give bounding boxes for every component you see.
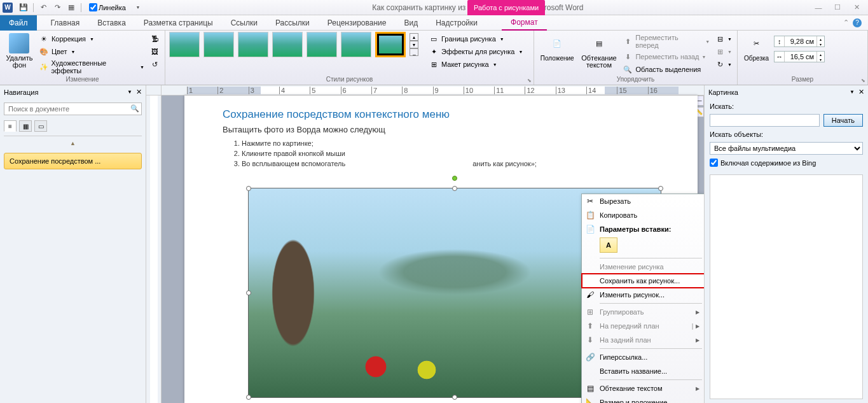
word-app-icon[interactable]: W — [3, 3, 13, 13]
clipart-search-input[interactable] — [710, 114, 820, 127]
gallery-scroll-up[interactable]: ▴ — [410, 33, 418, 41]
wrap-text-button[interactable]: ▤ Обтеканиетекстом — [579, 32, 619, 70]
resize-handle-tm[interactable] — [452, 186, 457, 191]
tab-references[interactable]: Ссылки — [222, 15, 266, 31]
nav-close-icon[interactable]: ✕ — [136, 88, 142, 96]
help-icon[interactable]: ? — [853, 18, 862, 27]
spin-down[interactable]: ▾ — [816, 41, 824, 46]
contextual-tab-picture-tools: Работа с рисунками — [467, 0, 545, 15]
height-icon: ↕ — [775, 36, 785, 46]
nav-collapse-toggle[interactable]: ▲ — [4, 140, 142, 146]
qat-customize-icon[interactable]: ▼ — [132, 2, 144, 13]
style-preset[interactable] — [238, 32, 268, 57]
position-button[interactable]: 📄 Положение — [538, 32, 576, 63]
clipart-go-button[interactable]: Начать — [823, 114, 863, 127]
clipart-close-icon[interactable]: ✕ — [858, 88, 864, 96]
nav-heading-item[interactable]: Сохранение посредством ... — [4, 153, 142, 169]
qat-save-icon[interactable]: 💾 — [18, 2, 29, 13]
tab-layout[interactable]: Разметка страницы — [135, 15, 222, 31]
color-button[interactable]: 🎨Цвет ▼ — [38, 46, 146, 57]
selection-pane-button[interactable]: 🔍Область выделения — [621, 64, 711, 75]
width-input[interactable] — [785, 53, 816, 60]
group-button[interactable]: ⊞▼ — [713, 46, 733, 57]
size-dialog-launcher[interactable]: ⬊ — [860, 77, 866, 83]
style-preset[interactable] — [203, 32, 234, 57]
reset-picture-button[interactable]: ↺ — [148, 59, 161, 70]
spin-up[interactable]: ▴ — [816, 36, 824, 41]
resize-handle-bl[interactable] — [246, 395, 251, 400]
compress-button[interactable]: 🗜 — [148, 33, 161, 45]
spin-up[interactable]: ▴ — [816, 52, 824, 57]
style-preset[interactable] — [169, 32, 200, 57]
ruler-checkbox[interactable] — [89, 3, 97, 11]
ribbon-minimize-icon[interactable]: ⌃ — [843, 18, 849, 27]
tab-view[interactable]: Вид — [395, 15, 427, 31]
resize-handle-bm[interactable] — [452, 395, 457, 400]
nav-tab-pages[interactable]: ▦ — [19, 120, 32, 132]
tab-mailings[interactable]: Рассылки — [266, 15, 319, 31]
width-icon: ↔ — [775, 52, 785, 62]
file-tab[interactable]: Файл — [0, 15, 37, 31]
bing-checkbox[interactable] — [710, 159, 718, 167]
cm-cut[interactable]: ✂Вырезать — [582, 194, 704, 208]
height-input[interactable] — [785, 38, 816, 45]
cut-icon: ✂ — [584, 195, 596, 207]
remove-background-button[interactable]: Удалитьфон — [4, 32, 35, 70]
nav-tab-headings[interactable]: ≡ — [4, 120, 17, 132]
tab-review[interactable]: Рецензирование — [319, 15, 396, 31]
change-picture-button[interactable]: 🖼 — [148, 46, 161, 57]
cm-insert-caption[interactable]: Вставить название... — [582, 364, 704, 378]
clipart-types-select[interactable]: Все файлы мультимедиа — [710, 142, 863, 155]
style-preset[interactable] — [375, 32, 406, 57]
qat-table-icon[interactable]: ▦ — [65, 2, 77, 13]
artistic-effects-button[interactable]: ✨Художественные эффекты ▼ — [38, 59, 146, 75]
style-preset[interactable] — [307, 32, 337, 57]
cm-paste-options-label: 📄Параметры вставки: — [582, 222, 704, 236]
cm-copy[interactable]: 📋Копировать — [582, 208, 704, 222]
send-backward-button[interactable]: ⬇Переместить назад ▼ — [621, 51, 711, 62]
rotate-button[interactable]: ↻▼ — [713, 59, 733, 70]
style-preset[interactable] — [272, 32, 303, 57]
tab-addins[interactable]: Надстройки — [427, 15, 486, 31]
horizontal-ruler[interactable]: 12345678910111213141516 — [162, 85, 704, 95]
ruler-corner[interactable] — [146, 85, 162, 95]
picture-effects-button[interactable]: ✦Эффекты для рисунка ▼ — [427, 46, 524, 57]
qat-redo-icon[interactable]: ↷ — [52, 2, 63, 13]
bring-forward-button[interactable]: ⬆Переместить вперед ▼ — [621, 33, 711, 50]
cm-wrap-text[interactable]: ▤Обтекание текстом▶ — [582, 381, 704, 395]
nav-tab-results[interactable]: ▭ — [34, 120, 47, 132]
maximize-button[interactable]: ☐ — [829, 2, 846, 13]
spin-down[interactable]: ▾ — [816, 57, 824, 62]
align-button[interactable]: ⊟▼ — [713, 33, 733, 45]
picture-layout-button[interactable]: ⊞Макет рисунка ▼ — [427, 59, 524, 70]
nav-search-input[interactable] — [4, 103, 142, 115]
minimize-button[interactable]: — — [809, 2, 827, 13]
gallery-more[interactable]: ⎯ — [410, 48, 418, 56]
nav-dropdown-icon[interactable]: ▼ — [127, 89, 132, 95]
gallery-scroll-down[interactable]: ▾ — [410, 41, 418, 48]
cm-size-position[interactable]: 📐Размер и положение... — [582, 395, 704, 403]
styles-dialog-launcher[interactable]: ⬊ — [526, 77, 532, 83]
close-button[interactable]: ✕ — [848, 2, 865, 13]
tab-insert[interactable]: Вставка — [88, 15, 135, 31]
corrections-button[interactable]: ☀Коррекция ▼ — [38, 33, 146, 45]
resize-handle-tl[interactable] — [246, 186, 251, 191]
qat-undo-icon[interactable]: ↶ — [38, 2, 49, 13]
clipart-dropdown-icon[interactable]: ▼ — [850, 89, 855, 95]
picture-border-button[interactable]: ▭Граница рисунка ▼ — [427, 33, 524, 45]
height-spinner[interactable]: ↕ ▴▾ — [774, 36, 825, 47]
style-preset[interactable] — [341, 32, 371, 57]
cm-hyperlink[interactable]: 🔗Гиперссылка... — [582, 350, 704, 364]
width-spinner[interactable]: ↔ ▴▾ — [774, 51, 825, 62]
rotate-handle[interactable] — [452, 176, 457, 181]
cm-edit-picture[interactable]: 🖌Изменить рисунок... — [582, 288, 704, 302]
paste-option-keep-source[interactable]: A — [600, 237, 617, 253]
vertical-ruler[interactable] — [146, 95, 162, 403]
cm-save-as-picture[interactable]: Сохранить как рисунок... — [582, 274, 704, 288]
tab-format[interactable]: Формат — [502, 15, 547, 31]
crop-button[interactable]: ✂ Обрезка — [741, 32, 771, 63]
tab-home[interactable]: Главная — [42, 15, 89, 31]
resize-handle-ml[interactable] — [246, 290, 251, 295]
search-icon[interactable]: 🔍 — [130, 104, 139, 113]
resize-handle-tr[interactable] — [658, 186, 663, 191]
